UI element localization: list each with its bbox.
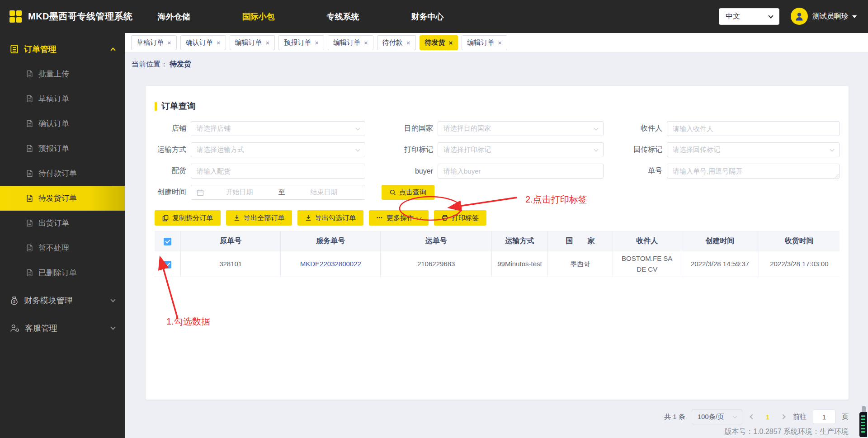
- tab-edit-order-2[interactable]: 编辑订单×: [328, 35, 373, 50]
- pagination: 共 1 条 100条/页 1 前往 页: [125, 409, 849, 424]
- page-unit-label: 页: [842, 413, 849, 421]
- close-icon[interactable]: ×: [406, 39, 410, 46]
- button-label: 打印标签: [452, 214, 479, 222]
- tab-edit-order-3[interactable]: 编辑订单×: [462, 35, 507, 50]
- sidebar-item-batch-upload[interactable]: 批量上传: [0, 61, 125, 86]
- env-label: 系统环境：: [783, 428, 820, 435]
- buyer-input[interactable]: [443, 167, 598, 175]
- table-header-row: 原单号 服务单号 运单号 运输方式 国 家 收件人 创建时间 收货时间: [155, 231, 840, 251]
- current-page[interactable]: 1: [762, 413, 773, 421]
- chevron-down-icon: [594, 126, 599, 130]
- avatar[interactable]: [791, 8, 808, 25]
- sidebar-item-label: 出货订单: [38, 218, 69, 228]
- copy-split-order-button[interactable]: 复制拆分订单: [155, 210, 221, 226]
- sidebar-item-pending-shipment-orders[interactable]: 待发货订单: [0, 186, 125, 211]
- close-icon[interactable]: ×: [266, 39, 270, 46]
- page-size-select[interactable]: 100条/页: [692, 409, 742, 424]
- country-select[interactable]: 请选择目的国家: [438, 121, 604, 136]
- return-mark-placeholder: 请选择回传标记: [673, 146, 830, 154]
- chevron-down-icon: [830, 147, 835, 151]
- shop-placeholder: 请选择店铺: [197, 124, 356, 133]
- tab-confirmed-orders[interactable]: 确认订单×: [180, 35, 226, 50]
- version-info: 版本号：1.0.2857 系统环境：生产环境: [125, 427, 849, 437]
- export-checked-orders-button[interactable]: 导出勾选订单: [297, 210, 363, 226]
- cell-received-at: 2022/3/28 17:03:00: [759, 251, 840, 277]
- export-all-orders-button[interactable]: 导出全部订单: [226, 210, 292, 226]
- sidebar-item-confirmed-orders[interactable]: 确认订单: [0, 111, 125, 136]
- close-icon[interactable]: ×: [167, 39, 171, 46]
- order-query-card: 订单查询 店铺 请选择店铺 目的国家 请选择目的国家 收件人: [146, 86, 849, 400]
- user-menu[interactable]: 测试员啊珍: [812, 0, 857, 33]
- query-button[interactable]: 点击查询: [382, 185, 434, 200]
- sidebar-item-pending-payment-orders[interactable]: 待付款订单: [0, 161, 125, 186]
- nav-international-parcel[interactable]: 国际小包: [242, 11, 275, 22]
- tab-pending-shipment[interactable]: 待发货×: [420, 35, 458, 50]
- nav-overseas-warehouse[interactable]: 海外仓储: [158, 11, 190, 22]
- download-icon: [234, 215, 240, 221]
- allocation-input[interactable]: [197, 167, 359, 175]
- service-no-link[interactable]: MKDE22032800022: [300, 260, 361, 268]
- button-label: 更多操作: [387, 214, 414, 222]
- annotation-step2: 2.点击打印标签: [525, 193, 587, 206]
- ellipsis-icon: •••: [377, 216, 383, 220]
- sidebar-item-label: 待发货订单: [38, 193, 77, 203]
- receiver-input[interactable]: [673, 125, 834, 132]
- chevron-down-icon: [732, 414, 737, 419]
- app-logo-grid-icon[interactable]: [9, 10, 22, 23]
- breadcrumb-current: 待发货: [170, 60, 191, 69]
- resize-handle[interactable]: [834, 173, 839, 178]
- sidebar-group-finance-module[interactable]: $ 财务模块管理: [0, 288, 125, 313]
- user-name: 测试员啊珍: [812, 12, 849, 21]
- sidebar-item-deleted-orders[interactable]: 已删除订单: [0, 260, 125, 285]
- browser-extension-widget[interactable]: [859, 412, 867, 437]
- close-icon[interactable]: ×: [498, 39, 502, 46]
- chevron-up-icon: [110, 47, 115, 52]
- nav-dedicated-line[interactable]: 专线系统: [327, 11, 359, 22]
- close-icon[interactable]: ×: [449, 39, 453, 46]
- goto-page-input[interactable]: [813, 410, 835, 424]
- chevron-down-icon: [768, 13, 773, 18]
- next-page-button[interactable]: [779, 413, 787, 420]
- sidebar-item-on-hold[interactable]: 暂不处理: [0, 235, 125, 260]
- sidebar-item-forecast-orders[interactable]: 预报订单: [0, 136, 125, 161]
- language-select[interactable]: 中文: [719, 8, 779, 25]
- allocation-input-wrap: [191, 164, 365, 179]
- tab-forecast-orders[interactable]: 预报订单×: [278, 35, 324, 50]
- print-label-button[interactable]: 打印标签: [434, 210, 486, 226]
- row-checkbox[interactable]: [164, 261, 171, 268]
- end-date-placeholder: 结束日期: [288, 188, 359, 197]
- shop-label: 店铺: [155, 124, 186, 133]
- order-no-textarea-wrap: [667, 164, 840, 179]
- sidebar-group-order-management[interactable]: 订单管理: [0, 37, 125, 61]
- prev-page-button[interactable]: [749, 413, 756, 420]
- tab-pending-payment[interactable]: 待付款×: [377, 35, 416, 50]
- tab-draft-orders[interactable]: 草稿订单×: [131, 35, 177, 50]
- more-actions-button[interactable]: ••• 更多操作: [369, 210, 429, 226]
- tab-label: 编辑订单: [333, 38, 360, 47]
- sidebar-group-customer-service[interactable]: 客服管理: [0, 316, 125, 340]
- sidebar-item-draft-orders[interactable]: 草稿订单: [0, 86, 125, 111]
- close-icon[interactable]: ×: [217, 39, 221, 46]
- print-mark-select[interactable]: 请选择打印标记: [438, 142, 604, 157]
- order-no-textarea[interactable]: [673, 167, 834, 175]
- document-icon: [26, 170, 33, 177]
- close-icon[interactable]: ×: [364, 39, 368, 46]
- breadcrumb: 当前位置： 待发货: [125, 53, 868, 75]
- annotation-step1: 1.勾选数据: [166, 316, 210, 328]
- nav-finance-center[interactable]: 财务中心: [411, 11, 444, 22]
- transport-select[interactable]: 请选择运输方式: [191, 142, 365, 157]
- sidebar-group-label: 客服管理: [25, 323, 111, 334]
- shop-select[interactable]: 请选择店铺: [191, 121, 365, 136]
- col-transport: 运输方式: [491, 231, 547, 251]
- document-icon: [26, 194, 33, 202]
- created-date-range[interactable]: 开始日期 至 结束日期: [191, 185, 365, 200]
- col-created-at: 创建时间: [681, 231, 759, 251]
- top-nav: 海外仓储 国际小包 专线系统 财务中心: [158, 11, 444, 22]
- app-title: MKD墨西哥专线管理系统: [28, 10, 133, 23]
- sidebar-item-shipped-orders[interactable]: 出货订单: [0, 211, 125, 235]
- return-mark-select[interactable]: 请选择回传标记: [667, 142, 840, 157]
- close-icon[interactable]: ×: [315, 39, 319, 46]
- country-label: 目的国家: [370, 124, 433, 133]
- tab-edit-order-1[interactable]: 编辑订单×: [230, 35, 275, 50]
- select-all-checkbox[interactable]: [164, 238, 171, 245]
